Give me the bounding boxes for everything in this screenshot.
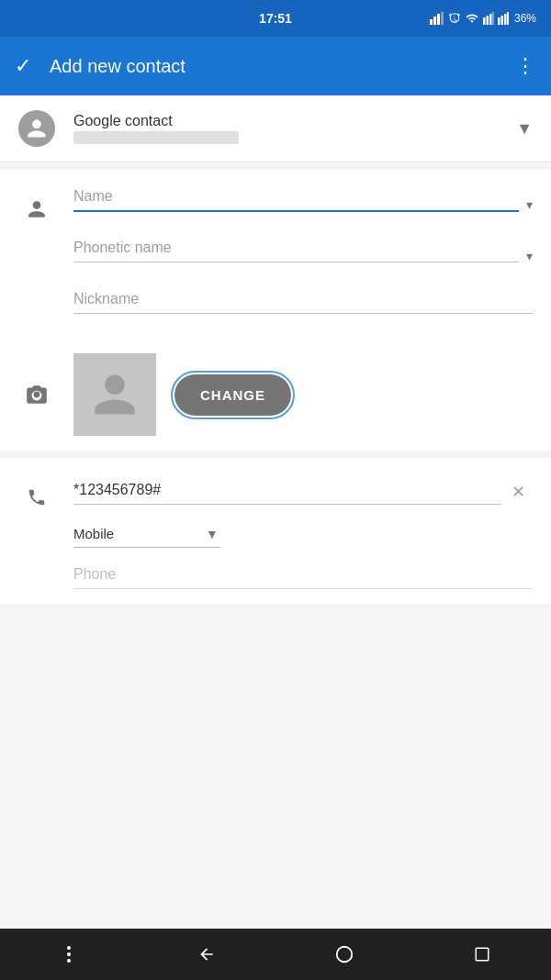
svg-rect-7 (492, 12, 494, 25)
photo-section: CHANGE (0, 339, 551, 451)
svg-rect-6 (489, 14, 492, 25)
name-expand-icon[interactable]: ▾ (526, 188, 533, 212)
wifi-icon (465, 12, 479, 25)
nav-bar (0, 929, 551, 980)
recents-icon (474, 946, 490, 963)
svg-rect-0 (430, 19, 433, 25)
svg-rect-9 (500, 16, 503, 25)
phonetic-input[interactable] (73, 232, 519, 262)
svg-rect-4 (483, 17, 486, 25)
battery-text: 36% (514, 12, 536, 25)
svg-rect-3 (441, 12, 444, 25)
svg-rect-13 (476, 948, 489, 961)
account-label-text: Google contact (73, 113, 509, 129)
phone-field-group: ✕ Mobile Home Work Other ▼ (73, 469, 533, 548)
phone-section: ✕ Mobile Home Work Other ▼ (0, 458, 551, 604)
remove-phone-button[interactable]: ✕ (504, 469, 533, 509)
change-photo-button[interactable]: CHANGE (174, 374, 291, 416)
phonetic-row: ▾ (0, 228, 551, 280)
phone-number-input[interactable] (73, 474, 500, 505)
app-bar: ✓ Add new contact ⋮ (0, 37, 551, 95)
back-icon (197, 945, 216, 963)
page-title: Add new contact (50, 56, 515, 77)
form-section: ▾ ▾ (0, 170, 551, 339)
nav-dots-icon (67, 946, 71, 963)
name-row: ▾ (0, 177, 551, 228)
svg-rect-10 (504, 14, 507, 25)
avatar-placeholder-icon (90, 370, 140, 419)
account-avatar (18, 110, 55, 147)
phone-type-select[interactable]: Mobile Home Work Other (73, 520, 220, 548)
phonetic-field (73, 232, 519, 262)
account-type-label: Google contact (73, 113, 509, 144)
nav-recents-button[interactable] (455, 936, 510, 973)
camera-icon (25, 383, 49, 406)
nav-back-button[interactable] (179, 936, 234, 973)
svg-rect-5 (486, 16, 489, 25)
phonetic-expand-icon[interactable]: ▾ (526, 239, 533, 263)
phone-number-row: ✕ Mobile Home Work Other ▼ (0, 465, 551, 551)
alarm-icon (448, 12, 461, 25)
phone-field-icon (18, 469, 55, 507)
mobile-signal-icon (483, 12, 494, 25)
signal-icon (430, 12, 444, 25)
add-phone-row (0, 551, 551, 596)
account-email-redacted (73, 131, 239, 144)
nav-home-button[interactable] (317, 936, 372, 973)
account-dropdown-icon[interactable]: ▼ (516, 119, 533, 139)
add-phone-input[interactable] (73, 559, 533, 589)
svg-rect-1 (433, 17, 436, 25)
account-selector-row[interactable]: Google contact ▼ (0, 95, 551, 162)
contact-icon (27, 199, 47, 219)
name-field (73, 181, 519, 212)
nickname-field-group (73, 284, 533, 321)
svg-point-12 (337, 947, 353, 963)
status-bar: 17:51 36% (0, 0, 551, 37)
mobile-signal2-icon (498, 12, 509, 25)
nav-menu-button[interactable] (41, 936, 96, 973)
camera-field-icon (18, 383, 55, 406)
svg-rect-8 (498, 17, 500, 25)
person-icon (26, 117, 48, 139)
add-phone-field (73, 559, 533, 589)
contact-photo-placeholder (73, 353, 156, 436)
nickname-input[interactable] (73, 284, 533, 314)
nickname-row (0, 280, 551, 331)
person-field-icon (18, 181, 55, 219)
phone-number-field (73, 474, 500, 505)
home-circle-icon (334, 944, 354, 964)
phone-input-row: ✕ (73, 469, 533, 509)
confirm-button[interactable]: ✓ (15, 54, 31, 78)
svg-rect-11 (507, 12, 509, 25)
phone-icon (27, 487, 47, 507)
status-icons: 36% (430, 12, 536, 25)
more-options-button[interactable]: ⋮ (515, 54, 536, 78)
content-area: Google contact ▼ ▾ (0, 95, 551, 929)
status-time: 17:51 (259, 11, 292, 26)
name-input[interactable] (73, 181, 519, 212)
phone-type-selector[interactable]: Mobile Home Work Other ▼ (73, 520, 533, 548)
svg-rect-2 (437, 14, 440, 25)
nickname-field (73, 284, 533, 314)
